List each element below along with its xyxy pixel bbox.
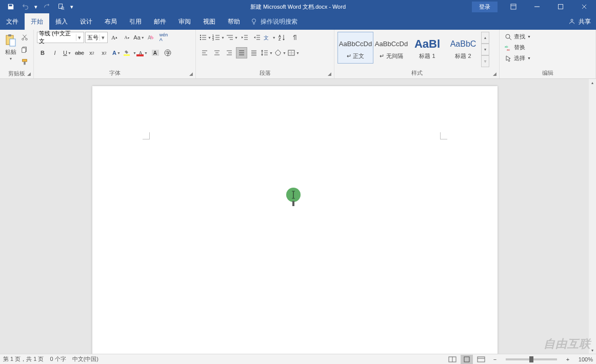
tab-mailings[interactable]: 邮件 [148, 13, 172, 30]
tab-home[interactable]: 开始 [25, 13, 49, 30]
clipboard-launcher[interactable]: ◢ [26, 71, 32, 77]
print-preview-icon[interactable] [54, 0, 68, 13]
style-heading-1[interactable]: AaBl 标题 1 [409, 32, 445, 64]
read-mode-button[interactable] [446, 355, 459, 364]
minimize-icon[interactable] [525, 0, 549, 13]
asian-layout-button[interactable]: 文▼ [264, 32, 276, 43]
increase-indent-button[interactable] [251, 32, 263, 43]
svg-text:Z: Z [279, 37, 281, 41]
align-center-button[interactable] [211, 47, 223, 58]
tab-file[interactable]: 文件 [0, 13, 25, 30]
align-left-button[interactable] [199, 47, 210, 58]
select-button[interactable]: 选择▼ [503, 53, 533, 63]
ribbon-display-options-icon[interactable] [502, 0, 525, 13]
tell-me-search[interactable]: 操作说明搜索 [246, 13, 302, 30]
shading-button[interactable]: ▼ [274, 47, 286, 58]
web-layout-button[interactable] [475, 355, 487, 364]
paragraph-group-label: 段落 [199, 67, 331, 78]
copy-button[interactable] [19, 44, 30, 55]
tab-view[interactable]: 视图 [197, 13, 222, 30]
styles-expand[interactable]: ▿ [481, 55, 489, 67]
status-page[interactable]: 第 1 页，共 1 页 [3, 355, 44, 363]
justify-button[interactable] [236, 47, 247, 58]
share-button[interactable]: 共享 [579, 17, 591, 26]
close-icon[interactable] [572, 0, 596, 13]
qat-customize-dropdown[interactable]: ▾ [69, 0, 75, 13]
subscript-button[interactable]: x2 [86, 47, 97, 58]
login-button[interactable]: 登录 [472, 2, 498, 12]
align-right-button[interactable] [224, 47, 235, 58]
svg-line-2 [63, 9, 64, 10]
style-normal[interactable]: AaBbCcDd ↵ 正文 [337, 32, 373, 64]
undo-icon[interactable] [18, 0, 32, 13]
shrink-font-button[interactable]: A▾ [121, 32, 132, 43]
tab-insert[interactable]: 插入 [49, 13, 74, 30]
superscript-button[interactable]: x2 [98, 47, 110, 58]
undo-dropdown[interactable]: ▾ [33, 0, 39, 13]
clear-formatting-button[interactable]: A [146, 32, 157, 43]
svg-point-16 [22, 38, 24, 41]
grow-font-button[interactable]: A▴ [109, 32, 120, 43]
vertical-scrollbar[interactable]: ▴ ▾ [589, 79, 596, 354]
style-heading-2[interactable]: AaBbC 标题 2 [445, 32, 481, 64]
page[interactable] [92, 86, 498, 354]
font-color-button[interactable]: A▼ [137, 47, 149, 58]
highlight-button[interactable]: ▼ [123, 47, 136, 58]
character-shading-button[interactable]: A [150, 47, 161, 58]
numbering-button[interactable]: 123▼ [212, 32, 225, 43]
tab-help[interactable]: 帮助 [222, 13, 246, 30]
cut-button[interactable] [19, 32, 30, 43]
sort-button[interactable]: AZ [277, 32, 288, 43]
svg-text:ac: ac [507, 48, 510, 51]
document-canvas[interactable] [0, 79, 589, 354]
zoom-level[interactable]: 100% [579, 356, 593, 362]
styles-scroll-up[interactable]: ▴ [481, 32, 489, 44]
print-layout-button[interactable] [461, 355, 473, 364]
styles-scroll-down[interactable]: ▾ [481, 44, 489, 55]
multilevel-list-button[interactable]: ▼ [226, 32, 238, 43]
svg-rect-22 [23, 59, 27, 62]
line-spacing-button[interactable]: ▼ [261, 47, 273, 58]
zoom-in-button[interactable]: + [562, 354, 573, 365]
show-marks-button[interactable] [289, 32, 301, 43]
format-painter-button[interactable] [19, 56, 30, 68]
svg-marker-76 [261, 50, 263, 51]
find-button[interactable]: 查找▼ [503, 32, 533, 42]
enclose-characters-button[interactable]: 字 [162, 47, 173, 58]
borders-button[interactable]: ▼ [287, 47, 300, 58]
tab-references[interactable]: 引用 [123, 13, 148, 30]
zoom-slider[interactable] [506, 358, 557, 360]
bullets-button[interactable]: ▼ [199, 32, 211, 43]
font-name-combo[interactable]: 等线 (中文正文▾ [37, 32, 84, 43]
redo-icon[interactable] [40, 0, 53, 13]
strikethrough-button[interactable]: abc [74, 47, 85, 58]
distributed-button[interactable] [248, 47, 260, 58]
change-case-button[interactable]: Aa▼ [133, 32, 145, 43]
italic-button[interactable]: I [49, 47, 61, 58]
tab-design[interactable]: 设计 [74, 13, 98, 30]
phonetic-guide-button[interactable]: wénA [158, 32, 169, 43]
status-word-count[interactable]: 0 个字 [50, 355, 66, 363]
paragraph-launcher[interactable]: ◢ [327, 71, 332, 77]
styles-launcher[interactable]: ◢ [492, 71, 498, 77]
status-language[interactable]: 中文(中国) [72, 355, 98, 363]
cursor-icon [505, 55, 512, 62]
tab-layout[interactable]: 布局 [98, 13, 123, 30]
margin-marker-top-left [143, 132, 150, 139]
style-no-spacing[interactable]: AaBbCcDd ↵ 无间隔 [373, 32, 409, 64]
maximize-icon[interactable] [549, 0, 572, 13]
svg-point-17 [26, 38, 28, 41]
zoom-out-button[interactable]: − [489, 354, 501, 365]
text-effects-button[interactable]: A▼ [111, 47, 122, 58]
save-icon[interactable] [4, 0, 17, 13]
replace-button[interactable]: abac替换 [503, 43, 533, 52]
bold-button[interactable]: B [37, 47, 48, 58]
underline-button[interactable]: U▼ [62, 47, 73, 58]
scroll-up-icon[interactable]: ▴ [589, 79, 596, 86]
font-launcher[interactable]: ◢ [188, 71, 194, 77]
font-size-combo[interactable]: 五号▾ [85, 32, 108, 43]
tab-review[interactable]: 审阅 [172, 13, 197, 30]
decrease-indent-button[interactable] [239, 32, 250, 43]
svg-point-9 [252, 19, 256, 23]
paste-button[interactable]: 粘贴 ▼ [3, 32, 18, 63]
